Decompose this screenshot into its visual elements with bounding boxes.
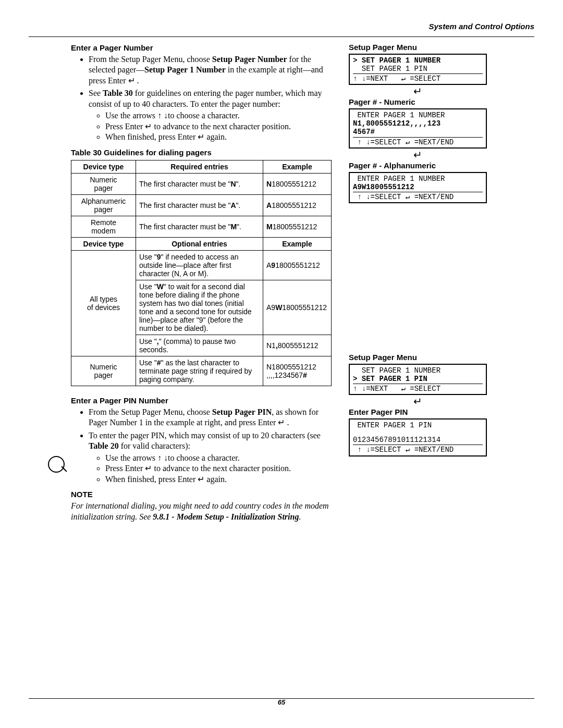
text: ". (237, 223, 241, 231)
lcd-nav: ↑ ↓=NEXT ↵ =SELECT (353, 385, 483, 393)
strong: 9 (157, 253, 161, 261)
strong: A (230, 201, 236, 209)
text: A (266, 261, 271, 269)
strong: N (266, 180, 272, 188)
enter-arrow-icon: ↵ (349, 86, 487, 96)
section2-bullet: From the Setup Pager Menu, choose Setup … (89, 407, 332, 428)
td: The first character must be "A". (136, 194, 263, 216)
lcd-line: ENTER PAGER 1 NUMBER (353, 175, 483, 183)
table-row: Numeric pager The first character must b… (71, 173, 332, 194)
text: Use " (139, 337, 157, 346)
lcd-screen: ENTER PAGER 1 NUMBER A9W18005551212 ↑ ↓=… (349, 172, 487, 203)
text: A9 (266, 303, 275, 312)
td: All types of devices (71, 250, 136, 356)
table-header-row: Device type Required entries Example (71, 160, 332, 173)
td: A9W18005551212 (263, 280, 332, 335)
lcd-line: N1,8005551212,,,,123 4567# (353, 119, 483, 136)
text: N18005551212 (266, 363, 316, 371)
th: Device type (71, 160, 136, 173)
text: The first character must be " (139, 201, 230, 209)
top-rule (29, 36, 534, 37)
text: for valid characters): (119, 441, 190, 450)
strong: Setup Pager PIN (212, 408, 272, 416)
text: 18005551212 (282, 303, 327, 312)
td: N18005551212 (263, 173, 332, 194)
lcd-line: ENTER PAGER 1 PIN (353, 421, 483, 429)
magnifier-icon (48, 456, 65, 473)
strong: M (230, 223, 237, 231)
text: From the Setup Pager Menu, choose (89, 55, 212, 64)
section1-bullet: From the Setup Pager Menu, choose Setup … (89, 54, 332, 86)
note-label: NOTE (71, 490, 332, 499)
lcd-screen: SET PAGER 1 NUMBER > SET PAGER 1 PIN ↑ ↓… (349, 364, 487, 395)
td: A18005551212 (263, 194, 332, 216)
td: M18005551212 (263, 216, 332, 237)
section1-sublist: Use the arrows ↑ ↓to choose a character.… (89, 110, 332, 142)
main-column: Enter a Pager Number From the Setup Page… (71, 42, 332, 522)
lcd-nav: ↑ ↓=SELECT ↵ =NEXT/END (353, 193, 483, 201)
strong: W (275, 303, 282, 312)
enter-arrow-icon: ↵ (349, 150, 487, 160)
td: Alphanumeric pager (71, 194, 136, 216)
text: ,,,,1234567 (266, 371, 303, 379)
lcd-line: SET PAGER 1 NUMBER (353, 366, 483, 375)
strong: Setup Pager 1 Number (144, 65, 226, 74)
text: 18005551212 (273, 223, 317, 231)
guidelines-table: Device type Required entries Example Num… (71, 160, 332, 386)
text: ". (236, 201, 241, 209)
strong: # (303, 371, 307, 379)
td: Use "9" if needed to access an outside l… (136, 250, 263, 280)
section2-sublist: Use the arrows ↑ ↓to choose a character.… (89, 453, 332, 485)
side-heading: Setup Pager Menu (349, 43, 487, 52)
lcd-screen: ENTER PAGER 1 PIN 01234567891011121314 ↑… (349, 418, 487, 456)
note-body: For international dialing, you might nee… (71, 501, 332, 522)
td: Remote modem (71, 216, 136, 237)
text: Use " (139, 253, 157, 261)
strong: # (157, 359, 161, 367)
text: To enter the pager PIN, which may consis… (89, 431, 321, 440)
sub-bullet: Use the arrows ↑ ↓to choose a character. (105, 110, 332, 121)
section2-list: From the Setup Pager Menu, choose Setup … (71, 407, 332, 485)
strong: 9 (271, 261, 275, 269)
td: Use "," (comma) to pause two seconds. (136, 335, 263, 356)
side-heading: Pager # - Numeric (349, 97, 487, 106)
td: Numeric pager (71, 173, 136, 194)
table-row: Remote modem The first character must be… (71, 216, 332, 237)
page-number: 65 (0, 698, 563, 706)
strong: A (266, 201, 272, 209)
text: 8005551212 (278, 341, 319, 350)
strong: W (157, 282, 164, 291)
table-row: All types of devices Use "9" if needed t… (71, 250, 332, 280)
table-row: Numeric pager Use "#" as the last charac… (71, 356, 332, 386)
td: The first character must be "N". (136, 173, 263, 194)
text: ". (236, 180, 241, 188)
td: N1,8005551212 (263, 335, 332, 356)
th: Required entries (136, 160, 263, 173)
side-heading: Enter Pager PIN (349, 408, 487, 416)
side-column-top: Setup Pager Menu > SET PAGER 1 NUMBER SE… (349, 42, 487, 204)
text: . (299, 512, 301, 521)
table-row: Alphanumeric pager The first character m… (71, 194, 332, 216)
td: Use "#" as the last character to termina… (136, 356, 263, 386)
th: Optional entries (136, 237, 263, 250)
section1-list: From the Setup Pager Menu, choose Setup … (71, 54, 332, 143)
table-header-row: Device type Optional entries Example (71, 237, 332, 250)
page-header-title: System and Control Options (429, 22, 534, 31)
td: A918005551212 (263, 250, 332, 280)
strong: Table 30 (103, 89, 133, 97)
text: 18005551212 (272, 201, 316, 209)
section1-title: Enter a Pager Number (71, 43, 332, 52)
lcd-nav: ↑ ↓=SELECT ↵ =NEXT/END (353, 446, 483, 454)
strong: N (230, 180, 236, 188)
sub-bullet: Use the arrows ↑ ↓to choose a character. (105, 453, 332, 463)
side-heading: Setup Pager Menu (349, 353, 487, 362)
text: 18005551212 (275, 261, 320, 269)
text: From the Setup Pager Menu, choose (89, 408, 212, 416)
sub-bullet: Press Enter ↵ to advance to the next cha… (105, 463, 332, 474)
strong: M (266, 223, 273, 231)
text: 18005551212 (272, 180, 316, 188)
lcd-line: 01234567891011121314 (353, 436, 483, 444)
table-caption: Table 30 Guidelines for dialing pagers (71, 148, 332, 157)
th: Device type (71, 237, 136, 250)
strong: Setup Pager Number (212, 55, 287, 64)
